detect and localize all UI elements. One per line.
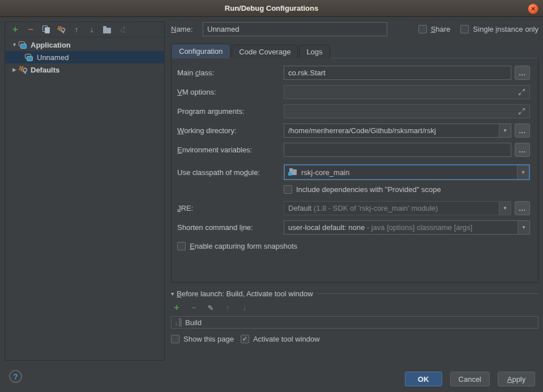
environment-variables-input[interactable] [284,143,511,157]
shorten-command-line-combobox[interactable]: user-local default: none - java [options… [284,220,530,235]
main-class-input[interactable] [284,66,511,80]
working-directory-combobox[interactable]: /home/meriherrera/Code/Github/rsksmart/r… [284,123,511,138]
activate-tool-window-checkbox[interactable]: ✓ Activate tool window [241,335,320,343]
settings-wrench-icon [57,25,66,35]
vm-options-row: VM options: [177,85,530,99]
main-class-label: Main class: [177,69,284,77]
ellipsis-icon: ... [519,147,525,154]
apply-label: Apply [507,375,526,384]
environment-variables-label: Environment variables: [177,146,284,154]
separator-line [318,293,538,294]
program-arguments-row: Program arguments: [177,104,530,118]
dropdown-arrow-icon[interactable]: ▼ [499,202,511,215]
tree-node-application[interactable]: ▼ Application [5,39,164,51]
editor-tabs: Configuration Code Coverage Logs [171,43,538,58]
browse-main-class-button[interactable]: ... [515,66,530,80]
checkbox-unchecked-icon [284,185,292,194]
expander-collapsed-icon[interactable]: ▶ [11,67,18,73]
move-task-down-button[interactable]: ↓ [240,303,249,312]
copy-configuration-button[interactable] [41,25,50,34]
build-icon: ↓ 011001 [174,318,182,327]
show-this-page-checkbox[interactable]: Show this page [171,335,234,343]
tree-node-label: Unnamed [37,53,69,62]
enable-capturing-checkbox[interactable]: Enable capturing form snapshots [177,242,297,250]
remove-task-button[interactable]: − [189,303,198,312]
apply-button[interactable]: Apply [498,372,535,386]
help-button[interactable]: ? [9,370,22,383]
browse-working-directory-button[interactable]: ... [515,123,530,138]
dropdown-arrow-icon[interactable]: ▼ [517,165,529,179]
working-directory-row: Working directory: /home/meriherrera/Cod… [177,123,530,138]
browse-jre-button[interactable]: ... [515,201,530,215]
plus-icon: + [12,25,18,33]
browse-environment-variables-button[interactable]: ... [515,143,530,157]
before-launch-toolbar: + − ✎ ↑ ↓ [171,298,538,316]
close-icon: ✕ [531,6,535,12]
vm-options-label: VM options: [177,88,284,96]
program-arguments-input[interactable] [284,104,530,118]
arrow-down-icon: ↓ [90,25,94,34]
move-task-up-button[interactable]: ↑ [223,303,232,312]
dropdown-arrow-icon[interactable]: ▼ [499,124,511,137]
configuration-editor: Name: Share Single instance only Configu… [171,22,538,343]
collapse-caret-icon[interactable]: ▾ [171,291,174,297]
ok-button[interactable]: OK [405,372,442,386]
add-task-button[interactable]: + [172,303,181,312]
jre-label: JRE: [177,204,284,212]
sort-configurations-button[interactable]: ↓ az [118,25,127,34]
checkbox-checked-icon: ✓ [241,335,249,343]
folder-icon [103,28,111,33]
configuration-tab-panel: Main class: ... VM options: Program argu… [171,58,538,283]
defaults-wrench-icon [18,65,28,75]
add-configuration-button[interactable]: + [11,25,20,34]
vm-options-input[interactable] [284,85,530,99]
before-launch-title: Before launch: Build, Activate tool wind… [177,289,313,298]
tree-node-defaults[interactable]: ▶ Defaults [5,63,164,76]
create-folder-button[interactable] [102,25,112,34]
edit-task-button[interactable]: ✎ [206,303,215,312]
use-classpath-label: Use classpath of module: [177,168,284,177]
tree-node-unnamed[interactable]: Unnamed [5,51,164,63]
main-class-row: Main class: ... [177,66,530,80]
move-up-button[interactable]: ↑ [72,25,81,34]
use-classpath-combobox[interactable]: rskj-core_main ▼ [284,164,530,180]
single-instance-label: Single instance only [473,25,538,33]
configurations-toolbar: + − ↑ ↓ ↓ az [5,22,164,37]
arrow-up-icon: ↑ [75,25,79,34]
move-down-button[interactable]: ↓ [87,25,96,34]
before-launch-task-build[interactable]: ↓ 011001 Build [171,316,538,329]
dropdown-arrow-icon[interactable]: ▼ [518,221,529,234]
minus-icon: − [28,26,33,33]
tab-code-coverage[interactable]: Code Coverage [232,45,298,58]
jre-combobox[interactable]: Default (1.8 - SDK of 'rskj-core_main' m… [284,201,511,215]
environment-variables-row: Environment variables: ... [177,143,530,157]
cancel-button[interactable]: Cancel [450,372,490,386]
checkbox-unchecked-icon [171,335,179,343]
arrow-up-icon: ↑ [226,303,230,312]
include-dependencies-checkbox[interactable]: Include dependencies with "Provided" sco… [284,185,441,194]
window-close-button[interactable]: ✕ [528,3,538,14]
before-launch-options: Show this page ✓ Activate tool window [171,335,538,343]
task-label: Build [185,318,202,327]
application-icon [18,41,28,49]
show-this-page-label: Show this page [183,335,234,343]
expand-field-icon[interactable] [518,108,525,115]
single-instance-checkbox[interactable]: Single instance only [460,25,538,33]
name-input[interactable] [203,22,387,36]
checkbox-unchecked-icon [177,242,186,250]
check-icon: ✓ [242,336,247,342]
expand-field-icon[interactable] [518,88,525,96]
working-directory-label: Working directory: [177,126,284,135]
remove-configuration-button[interactable]: − [26,25,35,34]
tab-configuration[interactable]: Configuration [171,44,230,58]
include-dependencies-row: Include dependencies with "Provided" sco… [284,185,530,194]
tab-logs[interactable]: Logs [299,45,330,58]
name-label: Name: [171,25,203,33]
sort-az-icon: ↓ az [119,25,125,33]
share-checkbox[interactable]: Share [418,25,451,33]
shorten-command-line-row: Shorten command line: user-local default… [177,220,530,235]
jre-row: JRE: Default (1.8 - SDK of 'rskj-core_ma… [177,201,530,215]
edit-defaults-button[interactable] [57,25,66,34]
before-launch-header[interactable]: ▾ Before launch: Build, Activate tool wi… [171,289,538,298]
expander-expanded-icon[interactable]: ▼ [11,42,18,48]
